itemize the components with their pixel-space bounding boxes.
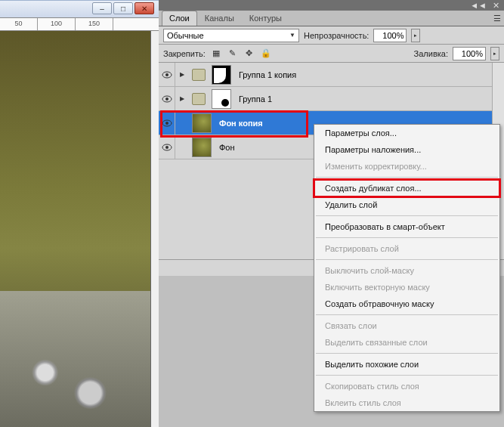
context-menu-item[interactable]: Преобразовать в смарт-объект (314, 218, 499, 235)
eye-icon (162, 95, 172, 103)
layer-name-label[interactable]: Фон копия (219, 119, 263, 128)
layer-mask-thumb[interactable] (212, 65, 231, 85)
menu-separator (316, 353, 498, 354)
group-expander[interactable]: ▶ (175, 71, 189, 78)
layer-thumb[interactable] (192, 113, 212, 133)
titlebar[interactable]: – □ ✕ (0, 0, 159, 17)
minimize-button[interactable]: – (92, 2, 112, 14)
eye-icon (162, 119, 172, 127)
visibility-toggle[interactable] (159, 63, 175, 87)
svg-point-5 (165, 122, 169, 125)
layer-name-label[interactable]: Фон (219, 143, 235, 152)
context-menu-item: Включить векторную маску (314, 279, 499, 295)
context-menu-item[interactable]: Параметры наложения... (314, 141, 499, 158)
lock-buttons: ▦ ✎ ✥ 🔒 (210, 48, 272, 60)
canvas[interactable] (0, 31, 151, 427)
close-panel-icon[interactable]: ✕ (493, 1, 499, 11)
chevron-down-icon: ▼ (289, 32, 295, 39)
visibility-toggle[interactable] (159, 135, 175, 159)
visibility-toggle[interactable] (159, 111, 175, 135)
context-menu-item[interactable]: Параметры слоя... (314, 125, 499, 141)
lock-fill-row: Закрепить: ▦ ✎ ✥ 🔒 Заливка: 100% ▸ (159, 45, 504, 63)
fill-input[interactable]: 100% (453, 47, 486, 60)
context-menu-item[interactable]: Создать дубликат слоя... (314, 180, 499, 196)
menu-separator (316, 215, 498, 216)
menu-separator (316, 314, 498, 315)
lock-transparency-icon[interactable]: ▦ (210, 48, 222, 60)
layer-row-group1[interactable]: ▶ Группа 1 (159, 87, 504, 111)
tab-layers[interactable]: Слои (162, 11, 197, 26)
tab-paths[interactable]: Контуры (242, 11, 289, 26)
context-menu-item: Растрировать слой (314, 240, 499, 257)
blend-opacity-row: Обычные ▼ Непрозрачность: 100% ▸ (159, 26, 504, 45)
layer-mask-thumb[interactable] (212, 89, 231, 109)
maximize-button[interactable]: □ (113, 2, 133, 14)
panel-menu-button[interactable]: ☰ (490, 11, 504, 26)
ruler-tick: 100 (38, 18, 76, 30)
fill-flyout-button[interactable]: ▸ (490, 47, 499, 60)
ruler-tick: 50 (0, 18, 38, 30)
context-menu-item: Связать слои (314, 317, 499, 334)
lock-pixels-icon[interactable]: ✎ (227, 48, 239, 60)
lock-position-icon[interactable]: ✥ (243, 48, 255, 60)
eye-icon (162, 71, 172, 79)
context-menu-item: Вклеить стиль слоя (314, 395, 499, 411)
folder-icon (192, 69, 206, 81)
lock-label: Закрепить: (163, 49, 206, 58)
eye-icon (162, 144, 172, 151)
opacity-label: Непрозрачность: (304, 31, 369, 40)
close-button[interactable]: ✕ (135, 2, 154, 14)
document-window: – □ ✕ 50 100 150 (0, 0, 159, 427)
menu-separator (316, 237, 498, 238)
layer-name-label[interactable]: Группа 1 (239, 94, 272, 104)
context-menu-item: Скопировать стиль слоя (314, 378, 499, 395)
layer-name-label[interactable]: Группа 1 копия (239, 70, 296, 79)
menu-separator (316, 375, 498, 376)
visibility-toggle[interactable] (159, 87, 175, 111)
lock-all-icon[interactable]: 🔒 (260, 48, 272, 60)
opacity-flyout-button[interactable]: ▸ (411, 29, 420, 42)
context-menu-item: Выделить связанные слои (314, 334, 499, 351)
blend-mode-value: Обычные (167, 31, 204, 40)
layer-context-menu: Параметры слоя...Параметры наложения...И… (314, 124, 500, 412)
tab-channels[interactable]: Каналы (197, 11, 242, 26)
context-menu-item[interactable]: Выделить похожие слои (314, 356, 499, 373)
svg-point-3 (165, 97, 169, 101)
group-expander[interactable]: ▶ (175, 95, 189, 102)
layer-row-group1-copy[interactable]: ▶ Группа 1 копия (159, 63, 504, 87)
menu-separator (316, 259, 498, 260)
blend-mode-select[interactable]: Обычные ▼ (163, 29, 299, 42)
ruler-horizontal: 50 100 150 (0, 17, 159, 31)
fill-label: Заливка: (414, 49, 448, 58)
ruler-tick: 150 (76, 18, 113, 30)
context-menu-item[interactable]: Создать обтравочную маску (314, 295, 499, 312)
layer-thumb[interactable] (192, 138, 212, 157)
folder-icon (192, 93, 206, 105)
context-menu-item[interactable]: Удалить слой (314, 196, 499, 213)
svg-point-7 (165, 146, 169, 149)
menu-separator (316, 177, 498, 178)
svg-point-1 (165, 73, 169, 76)
opacity-input[interactable]: 100% (373, 29, 407, 42)
context-menu-item: Выключить слой-маску (314, 262, 499, 279)
panel-dock-header[interactable]: ◄◄ ✕ (159, 0, 504, 11)
context-menu-item: Изменить корректировку... (314, 158, 499, 175)
collapse-icon[interactable]: ◄◄ (470, 1, 487, 10)
panel-tabs: Слои Каналы Контуры ☰ (159, 11, 504, 26)
